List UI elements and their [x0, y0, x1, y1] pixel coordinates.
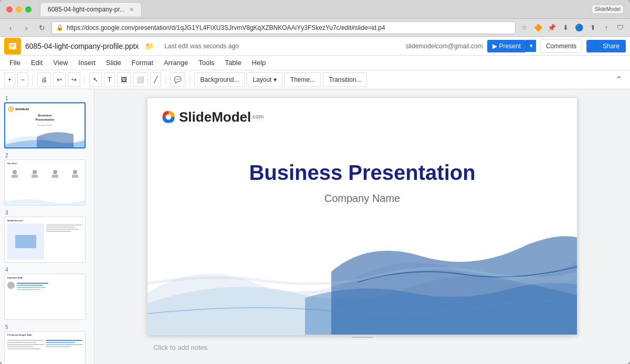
bookmark-icon[interactable]: ☆ — [519, 22, 530, 34]
slide-number-2: 2 — [4, 153, 90, 158]
notes-area[interactable]: Click to add notes — [147, 339, 578, 356]
app-name-badge: SlideModel — [592, 5, 624, 14]
browser-tab[interactable]: 6085-04-light-company-pr... ✕ — [40, 2, 142, 16]
extension7-icon[interactable]: 🛡 — [614, 22, 626, 34]
theme-button[interactable]: Theme... — [285, 72, 321, 87]
extension5-icon[interactable]: ⬆ — [587, 22, 598, 34]
slides-app-icon — [4, 38, 21, 55]
extension4-icon[interactable]: 🔵 — [573, 22, 585, 34]
slide-main-area: SlideModel.com Business Presentation Com… — [94, 89, 630, 364]
title-bar: 6085-04-light-company-pr... ✕ SlideModel — [0, 0, 630, 19]
slides-panel: 1 SlideModel BusinessPresentation Compan… — [0, 89, 94, 364]
select-button[interactable]: ↖ — [89, 72, 102, 87]
image-button[interactable]: 🖼 — [117, 72, 131, 87]
menu-view[interactable]: View — [48, 57, 73, 69]
svg-point-3 — [8, 106, 14, 112]
url-text: https://docs.google.com/presentation/d/1… — [67, 24, 385, 31]
menu-format[interactable]: Format — [127, 57, 159, 69]
collapse-toolbar-button[interactable]: ⌃ — [611, 72, 626, 87]
toolbar-divider-4 — [190, 74, 190, 85]
close-button[interactable] — [6, 6, 13, 13]
folder-icon: 📁 — [145, 42, 154, 50]
address-bar-row: ‹ › ↻ 🔒 https://docs.google.com/presenta… — [0, 19, 630, 37]
menu-help[interactable]: Help — [247, 57, 271, 69]
forward-button[interactable]: › — [20, 22, 33, 34]
toolbar-divider-3 — [165, 74, 166, 85]
tab-close-icon[interactable]: ✕ — [129, 6, 134, 13]
text-button[interactable]: T — [104, 72, 115, 87]
user-section: slidemodelcom@gmail.com ▶ Present ▾ Comm… — [406, 39, 626, 53]
comment-button[interactable]: 💬 — [170, 72, 185, 87]
main-content: 1 SlideModel BusinessPresentation Compan… — [0, 89, 630, 364]
toolbar-row: + − 🖨 ↩ ↪ ↖ T 🖼 ⬜ ╱ 💬 Background... Layo… — [0, 70, 630, 89]
slide-item-2[interactable]: 2 Our Team — [0, 151, 94, 208]
transition-button[interactable]: Transition... — [323, 72, 367, 87]
slide-logo: SlideModel.com — [160, 109, 264, 125]
share-label: Share — [603, 42, 620, 50]
menu-file[interactable]: File — [4, 57, 26, 69]
logo-com: .com — [251, 113, 264, 119]
extension6-icon[interactable]: ↑ — [601, 22, 612, 34]
layout-button[interactable]: Layout ▾ — [247, 72, 282, 87]
back-button[interactable]: ‹ — [4, 22, 17, 34]
slide-wave-decoration — [148, 198, 578, 335]
logo-text: SlideModel — [179, 109, 251, 125]
lock-icon: 🔒 — [56, 24, 64, 31]
slide-number-5: 5 — [4, 324, 90, 330]
shapes-button[interactable]: ⬜ — [133, 72, 148, 87]
line-button[interactable]: ╱ — [150, 72, 161, 87]
toolbar-divider-1 — [33, 74, 33, 85]
minimize-button[interactable] — [16, 6, 22, 13]
zoom-in-button[interactable]: + — [4, 72, 15, 87]
slide-thumbnail-4: Individual Slide — [4, 274, 86, 320]
redo-button[interactable]: ↪ — [68, 72, 80, 87]
toolbar-divider-2 — [85, 74, 85, 85]
menu-edit[interactable]: Edit — [26, 57, 48, 69]
slide-thumbnail-5: 2 Columns Sample Slide — [4, 331, 86, 364]
notes-drag-handle[interactable] — [352, 335, 373, 339]
menu-insert[interactable]: Insert — [73, 57, 101, 69]
slide-number-4: 4 — [4, 267, 90, 273]
menu-slide[interactable]: Slide — [101, 57, 127, 69]
share-button[interactable]: 👤 Share — [586, 40, 626, 52]
browser-toolbar-icons: ☆ 🔶 📌 ⬇ 🔵 ⬆ ↑ 🛡 — [519, 22, 626, 34]
present-icon: ▶ — [492, 42, 497, 50]
extension1-icon[interactable]: 🔶 — [532, 22, 544, 34]
user-email: slidemodelcom@gmail.com — [406, 42, 483, 50]
slide-item-4[interactable]: 4 Individual Slide — [0, 265, 94, 322]
svg-rect-1 — [10, 45, 15, 46]
background-button[interactable]: Background... — [194, 72, 245, 87]
last-edit-status: Last edit was seconds ago — [164, 42, 238, 50]
slide-number-3: 3 — [4, 210, 90, 216]
menu-bar: File Edit View Insert Slide Format Arran… — [0, 56, 630, 70]
browser-window: 6085-04-light-company-pr... ✕ SlideModel… — [0, 0, 630, 364]
share-icon: 👤 — [593, 42, 601, 50]
present-dropdown-button[interactable]: ▾ — [526, 40, 536, 52]
slide-number-1: 1 — [4, 95, 90, 101]
slide-item-1[interactable]: 1 SlideModel BusinessPresentation Compan… — [0, 93, 94, 151]
menu-arrange[interactable]: Arrange — [159, 57, 193, 69]
present-label: Present — [499, 42, 521, 50]
traffic-lights — [6, 6, 32, 13]
maximize-button[interactable] — [25, 6, 32, 13]
print-button[interactable]: 🖨 — [37, 72, 51, 87]
tab-title: 6085-04-light-company-pr... — [48, 6, 125, 13]
extension2-icon[interactable]: 📌 — [546, 22, 558, 34]
slide-main-title: Business Presentation — [148, 161, 577, 185]
present-button[interactable]: ▶ Present — [487, 40, 526, 52]
svg-point-5 — [166, 114, 172, 120]
menu-tools[interactable]: Tools — [193, 57, 219, 69]
slide-item-3[interactable]: 3 Global Services — [0, 208, 94, 265]
menu-table[interactable]: Table — [220, 57, 247, 69]
slide-thumbnail-2: Our Team — [4, 159, 86, 206]
slide-item-5[interactable]: 5 2 Columns Sample Slide — [0, 322, 94, 364]
slide-thumbnail-1: SlideModel BusinessPresentation Company … — [4, 102, 86, 148]
undo-button[interactable]: ↩ — [53, 72, 66, 87]
app-header: 6085-04-light-company-profile.pptx 📁 Las… — [0, 37, 630, 56]
address-field[interactable]: 🔒 https://docs.google.com/presentation/d… — [51, 22, 516, 34]
slide-canvas[interactable]: SlideModel.com Business Presentation Com… — [147, 98, 578, 335]
comments-button[interactable]: Comments — [540, 39, 582, 53]
zoom-out-button[interactable]: − — [17, 72, 28, 87]
extension3-icon[interactable]: ⬇ — [560, 22, 571, 34]
refresh-button[interactable]: ↻ — [36, 22, 48, 34]
